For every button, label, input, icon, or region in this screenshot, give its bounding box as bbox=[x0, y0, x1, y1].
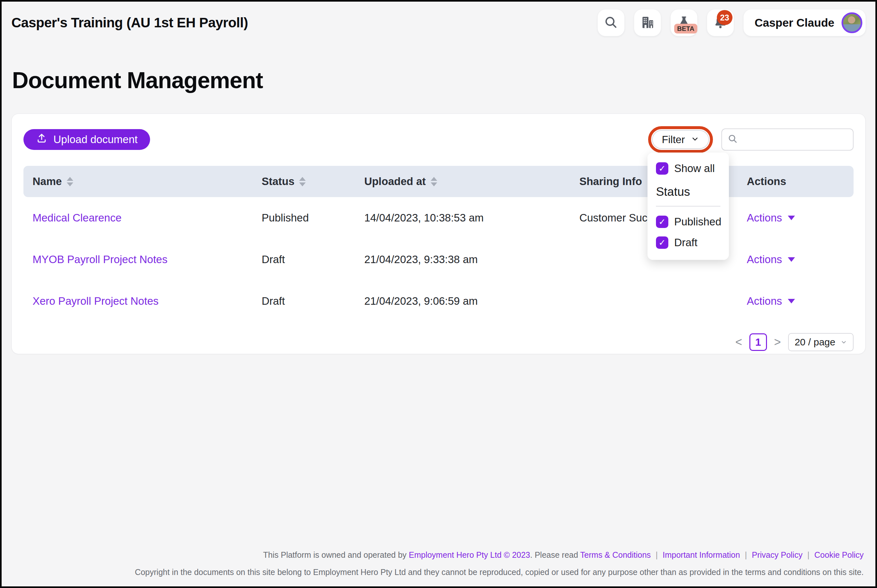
notification-count-badge: 23 bbox=[717, 10, 733, 25]
labs-beta-button[interactable]: BETA bbox=[671, 9, 697, 36]
column-label: Status bbox=[262, 175, 295, 188]
page-size-select[interactable]: 20 / page bbox=[788, 333, 854, 351]
uploaded-at-cell: 21/04/2023, 9:33:38 am bbox=[364, 254, 579, 266]
filter-option-published[interactable]: Published bbox=[656, 216, 721, 228]
column-header-uploaded-at[interactable]: Uploaded at bbox=[364, 175, 579, 188]
upload-icon bbox=[36, 132, 48, 147]
uploaded-at-cell: 21/04/2023, 9:06:59 am bbox=[364, 295, 579, 308]
status-cell: Published bbox=[262, 212, 364, 224]
document-link[interactable]: Xero Payroll Project Notes bbox=[33, 295, 262, 308]
filter-option-label: Show all bbox=[674, 162, 715, 175]
search-icon bbox=[727, 134, 738, 146]
column-header-actions: Actions bbox=[747, 175, 854, 188]
footer: This Platform is owned and operated by E… bbox=[135, 550, 863, 577]
current-page-button[interactable]: 1 bbox=[749, 333, 767, 351]
page-size-value: 20 / page bbox=[795, 337, 835, 348]
global-search-button[interactable] bbox=[598, 9, 624, 36]
avatar bbox=[841, 12, 862, 33]
organisation-button[interactable] bbox=[634, 9, 661, 36]
chevron-down-icon bbox=[841, 337, 847, 348]
filter-option-draft[interactable]: Draft bbox=[656, 236, 721, 249]
pagination: < 1 > 20 / page bbox=[23, 333, 854, 351]
actions-label: Actions bbox=[747, 254, 782, 266]
row-actions-button[interactable]: Actions bbox=[747, 295, 854, 308]
cookie-policy-link[interactable]: Cookie Policy bbox=[814, 550, 863, 560]
table-header-row: Name Status Uploaded at Sharing Info Act… bbox=[23, 166, 854, 197]
card-toolbar: Upload document Filter Show all bbox=[23, 126, 854, 153]
user-name: Casper Claude bbox=[755, 16, 834, 29]
annotation-highlight-ring: Filter bbox=[648, 126, 713, 153]
document-link[interactable]: Medical Clearence bbox=[33, 212, 262, 224]
actions-label: Actions bbox=[747, 212, 782, 224]
table-row: MYOB Payroll Project Notes Draft 21/04/2… bbox=[23, 239, 854, 280]
table-body: Medical Clearence Published 14/04/2023, … bbox=[23, 197, 854, 322]
filter-dropdown-menu: Show all Status Published Draft bbox=[647, 153, 729, 260]
table-search-input[interactable] bbox=[742, 134, 848, 145]
caret-down-icon bbox=[788, 299, 795, 303]
separator: | bbox=[807, 550, 809, 560]
toolbar-right: Filter Show all Status bbox=[648, 126, 854, 153]
important-information-link[interactable]: Important Information bbox=[663, 550, 740, 560]
screen: Casper's Training (AU 1st EH Payroll) bbox=[0, 0, 877, 588]
document-management-card: Upload document Filter Show all bbox=[11, 114, 866, 354]
filter-button-label: Filter bbox=[662, 134, 685, 146]
chevron-down-icon bbox=[691, 134, 699, 146]
status-cell: Draft bbox=[262, 295, 364, 308]
filter-section-title: Status bbox=[656, 185, 721, 199]
sort-icon bbox=[431, 177, 437, 186]
user-menu-button[interactable]: Casper Claude bbox=[743, 9, 866, 36]
notifications-button[interactable]: 23 bbox=[707, 9, 734, 36]
filter-option-show-all[interactable]: Show all bbox=[656, 162, 721, 175]
column-header-name[interactable]: Name bbox=[33, 175, 262, 188]
footer-line2: Copyright in the documents on this site … bbox=[135, 567, 863, 577]
row-actions-button[interactable]: Actions bbox=[747, 212, 854, 224]
beta-badge: BETA bbox=[674, 24, 697, 33]
footer-line1: This Platform is owned and operated by E… bbox=[135, 550, 863, 560]
separator: | bbox=[656, 550, 658, 560]
footer-text: . Please read bbox=[530, 550, 578, 560]
uploaded-at-cell: 14/04/2023, 10:38:53 am bbox=[364, 212, 579, 224]
separator: | bbox=[745, 550, 747, 560]
search-icon bbox=[603, 15, 618, 31]
previous-page-button[interactable]: < bbox=[736, 336, 742, 348]
sort-icon bbox=[299, 177, 306, 186]
page-title: Document Management bbox=[12, 68, 875, 93]
next-page-button[interactable]: > bbox=[774, 336, 781, 348]
column-header-status[interactable]: Status bbox=[262, 175, 364, 188]
footer-text: This Platform is owned and operated by bbox=[263, 550, 406, 560]
filter-option-label: Draft bbox=[674, 236, 698, 249]
window-title: Casper's Training (AU 1st EH Payroll) bbox=[11, 15, 248, 31]
employment-hero-link[interactable]: Employment Hero Pty Ltd © 2023 bbox=[409, 550, 530, 560]
table-row: Medical Clearence Published 14/04/2023, … bbox=[23, 197, 854, 239]
column-label: Sharing Info bbox=[579, 175, 642, 188]
checkbox-checked-icon bbox=[656, 216, 668, 228]
caret-down-icon bbox=[788, 257, 795, 262]
filter-button[interactable]: Filter bbox=[652, 130, 709, 149]
table-row: Xero Payroll Project Notes Draft 21/04/2… bbox=[23, 280, 854, 322]
actions-label: Actions bbox=[747, 295, 782, 308]
column-label: Uploaded at bbox=[364, 175, 426, 188]
sort-icon bbox=[67, 177, 73, 186]
document-link[interactable]: MYOB Payroll Project Notes bbox=[33, 254, 262, 266]
upload-document-button[interactable]: Upload document bbox=[23, 129, 150, 150]
topbar-actions: BETA 23 Casper Claude bbox=[598, 9, 866, 36]
terms-link[interactable]: Terms & Conditions bbox=[580, 550, 651, 560]
upload-button-label: Upload document bbox=[53, 134, 138, 146]
filter-option-label: Published bbox=[674, 216, 721, 228]
caret-down-icon bbox=[788, 216, 795, 220]
checkbox-checked-icon bbox=[656, 236, 668, 249]
topbar: Casper's Training (AU 1st EH Payroll) bbox=[2, 2, 875, 44]
checkbox-checked-icon bbox=[656, 162, 668, 175]
status-cell: Draft bbox=[262, 254, 364, 266]
column-label: Actions bbox=[747, 175, 786, 188]
privacy-policy-link[interactable]: Privacy Policy bbox=[752, 550, 803, 560]
column-label: Name bbox=[33, 175, 62, 188]
table-search-box bbox=[721, 129, 854, 151]
row-actions-button[interactable]: Actions bbox=[747, 254, 854, 266]
building-icon bbox=[640, 15, 655, 31]
menu-divider bbox=[656, 206, 721, 207]
